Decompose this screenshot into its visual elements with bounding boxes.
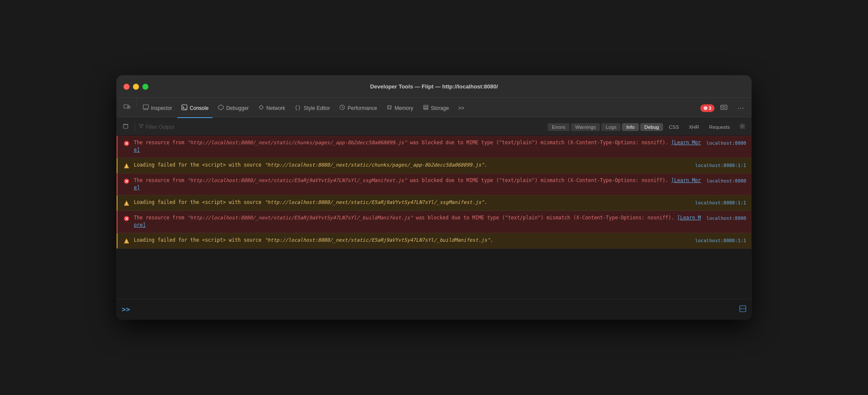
debugger-button[interactable]: Debugger <box>214 98 253 118</box>
filter-warnings-button[interactable]: Warnings <box>571 123 600 131</box>
warning-icon: ! <box>123 162 130 170</box>
screenshot-icon <box>720 104 727 112</box>
maximize-button[interactable] <box>142 84 148 90</box>
performance-label: Performance <box>347 105 377 111</box>
overflow-button[interactable]: >> <box>454 98 469 118</box>
log-source: localhost:8080 <box>706 140 746 147</box>
warning-icon: ! <box>123 199 130 207</box>
style-editor-button[interactable]: {} Style Editor <box>290 98 334 118</box>
console-settings-button[interactable] <box>737 122 748 132</box>
more-options-button[interactable]: ··· <box>733 104 749 112</box>
svg-text:✕: ✕ <box>125 216 128 221</box>
svg-rect-14 <box>721 105 727 109</box>
error-icon: ✕ <box>123 177 130 185</box>
console-icon <box>181 104 187 112</box>
filter-buttons: Errors Warnings Logs Info Debug CSS XHR … <box>548 123 734 131</box>
log-source: localhost:8080:1:1 <box>695 200 746 207</box>
log-source: localhost:8080:1:1 <box>695 162 746 170</box>
svg-text:!: ! <box>126 201 127 206</box>
filter-info-button[interactable]: Info <box>622 123 639 131</box>
svg-rect-17 <box>124 125 128 128</box>
log-message: The resource from "http://localhost:8080… <box>134 177 701 192</box>
log-entry: ✕ The resource from "http://localhost:80… <box>117 173 751 196</box>
close-button[interactable] <box>124 84 130 90</box>
responsive-icon <box>124 104 130 112</box>
svg-text:!: ! <box>126 164 127 168</box>
console-toolbar: Errors Warnings Logs Info Debug CSS XHR … <box>117 118 751 136</box>
svg-rect-15 <box>723 106 725 108</box>
log-message: The resource from "http://localhost:8080… <box>134 214 701 229</box>
filter-input[interactable] <box>146 124 224 130</box>
error-icon-small: ⊗ <box>703 105 708 111</box>
warning-icon: ! <box>123 237 130 245</box>
storage-label: Storage <box>431 105 449 111</box>
log-message: Loading failed for the <script> with sou… <box>134 237 690 244</box>
toolbar-spacer <box>470 98 699 118</box>
filter-logs-button[interactable]: Logs <box>601 123 621 131</box>
filter-input-wrap <box>139 124 224 130</box>
svg-rect-12 <box>424 107 428 108</box>
error-icon: ✕ <box>123 140 130 147</box>
log-entry: ! Loading failed for the <script> with s… <box>117 158 751 173</box>
log-source: localhost:8080:1:1 <box>695 237 746 245</box>
console-button[interactable]: Console <box>177 98 213 118</box>
storage-icon <box>423 104 429 112</box>
style-editor-label: Style Editor <box>304 105 330 111</box>
traffic-lights <box>124 84 148 90</box>
debugger-icon <box>218 104 224 112</box>
error-icon: ✕ <box>123 215 130 222</box>
responsive-design-button[interactable] <box>119 98 135 118</box>
filter-requests-button[interactable]: Requests <box>705 123 734 131</box>
svg-text:!: ! <box>126 239 127 243</box>
log-source: localhost:8080 <box>706 215 746 222</box>
console-output: ✕ The resource from "http://localhost:80… <box>117 136 751 299</box>
console-input-area: >> <box>117 299 751 319</box>
filter-icon <box>139 124 144 130</box>
svg-point-21 <box>741 125 743 127</box>
filter-css-button[interactable]: CSS <box>664 123 683 131</box>
console-prompt: >> <box>122 305 130 313</box>
inspector-label: Inspector <box>151 105 172 111</box>
toolbar-divider <box>136 98 137 106</box>
console-input-field[interactable] <box>133 307 736 313</box>
debugger-label: Debugger <box>226 105 249 111</box>
log-message: The resource from "http://localhost:8080… <box>134 139 701 154</box>
window-title: Developer Tools — Flipt — http://localho… <box>370 83 498 90</box>
svg-text:{}: {} <box>295 105 301 110</box>
svg-rect-2 <box>143 105 148 109</box>
inspector-button[interactable]: Inspector <box>139 98 176 118</box>
error-count-badge[interactable]: ⊗ 3 <box>700 104 714 112</box>
devtools-window: Developer Tools — Flipt — http://localho… <box>117 76 751 319</box>
svg-text:✕: ✕ <box>125 141 128 146</box>
filter-errors-button[interactable]: Errors <box>548 123 570 131</box>
screenshot-button[interactable] <box>716 104 732 112</box>
network-button[interactable]: Network <box>254 98 289 118</box>
network-label: Network <box>266 105 285 111</box>
storage-button[interactable]: Storage <box>419 98 453 118</box>
log-message: Loading failed for the <script> with sou… <box>134 161 690 169</box>
svg-rect-11 <box>424 105 428 106</box>
more-options-icon: ··· <box>738 104 744 112</box>
svg-marker-6 <box>218 105 223 110</box>
memory-button[interactable]: Memory <box>382 98 417 118</box>
performance-button[interactable]: Performance <box>335 98 381 118</box>
memory-icon <box>386 104 392 112</box>
log-entry: ✕ The resource from "http://localhost:80… <box>117 136 751 158</box>
inspector-icon <box>143 104 149 112</box>
log-message: Loading failed for the <script> with sou… <box>134 199 690 206</box>
filter-xhr-button[interactable]: XHR <box>684 123 703 131</box>
main-toolbar: Inspector Console Debugger <box>117 98 751 118</box>
memory-label: Memory <box>395 105 413 111</box>
console-toolbar-divider <box>135 123 135 131</box>
console-label: Console <box>190 105 208 111</box>
console-actions <box>739 305 746 313</box>
svg-rect-13 <box>424 109 428 109</box>
minimize-button[interactable] <box>133 84 139 90</box>
network-icon <box>258 104 264 112</box>
split-console-button[interactable] <box>739 305 746 313</box>
log-entry: ✕ The resource from "http://localhost:80… <box>117 211 751 233</box>
clear-console-button[interactable] <box>120 122 131 132</box>
filter-debug-button[interactable]: Debug <box>640 123 663 131</box>
style-editor-icon: {} <box>295 104 301 112</box>
overflow-label: >> <box>458 105 464 111</box>
